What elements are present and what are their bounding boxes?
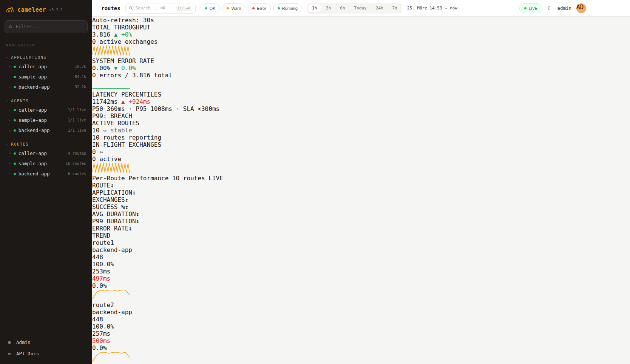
filter-pill-ok[interactable]: OK [201, 3, 220, 13]
list-icon: ≡ [7, 351, 12, 356]
time-range-7d[interactable]: 7d [388, 4, 401, 13]
status-dot [14, 173, 16, 175]
time-range-6h[interactable]: 6h [336, 4, 349, 13]
route-name: route1 [92, 239, 630, 246]
column-header-p99-duration[interactable]: P99 DURATION↕ [92, 218, 630, 225]
inflight-sparkline [92, 167, 130, 175]
nav-item-label: backend-app [19, 127, 50, 133]
sidebar-item-routes-backend-app[interactable]: ▸ backend-app 6 routes [0, 169, 92, 179]
status-dot [14, 86, 16, 88]
delta-text: +0% [121, 31, 132, 38]
table-row-route2[interactable]: route2 backend-app 448 100.0% 257ms 500m… [92, 301, 630, 364]
main-column: routes Ctrl+K OK Warn Error [92, 0, 630, 364]
sidebar-item-routes-sample-app[interactable]: ▸ sample-app 16 routes [0, 158, 92, 169]
auto-refresh-status: Auto-refresh: 30s [92, 17, 630, 24]
status-dot [14, 119, 16, 121]
stat-delta: ▼ 0.0% [114, 65, 136, 72]
column-header-error-rate[interactable]: ERROR RATE↕ [92, 225, 630, 232]
chevron-right-icon: ▸ [9, 65, 11, 68]
sidebar-item-agent-sample-app[interactable]: ▸ sample-app 1/1 live [0, 115, 92, 125]
stable-icon: ⇔ [103, 127, 107, 134]
sort-icon: ↕ [125, 203, 129, 210]
filter-pill-running[interactable]: Running [273, 3, 302, 13]
avatar[interactable]: AD [576, 3, 586, 13]
column-header-route[interactable]: ROUTE↕ [92, 182, 630, 189]
time-range-today[interactable]: Today [350, 4, 371, 13]
chevron-right-icon: ▸ [9, 129, 11, 132]
sidebar-item-agent-caller-app[interactable]: ▸ caller-app 1/1 live [0, 105, 92, 115]
live-label: LIVE [529, 6, 537, 11]
app-root: cameleer v3.2.1 NAVIGATION ▾ APPLICATION… [0, 0, 630, 364]
stat-value: 11742ms [92, 98, 117, 105]
sidebar-item-app-backend-app[interactable]: ▸ backend-app 32.2k [0, 82, 92, 92]
warn-status-dot [227, 7, 229, 9]
table-header-row: ROUTE↕ APPLICATION↕ EXCHANGES↕ SUCCESS %… [92, 182, 630, 239]
sidebar-footer: ⚙ Admin ≡ API Docs [0, 336, 92, 364]
stat-card-error-rate: SYSTEM ERROR RATE 0.00% ▼ 0.0% 0 errors … [92, 57, 630, 91]
time-range-control: 1h 3h 6h Today 24h 7d [307, 3, 402, 14]
date-range-separator: — [445, 6, 448, 11]
stat-subtext: 0 errors / 3.816 total [92, 72, 630, 79]
search-input[interactable] [136, 6, 170, 11]
sidebar-filter-box[interactable] [5, 20, 88, 33]
stat-subtext: 0 active exchanges [92, 38, 630, 45]
moon-icon[interactable]: ☾ [547, 5, 552, 11]
stat-card-inflight-exchanges: IN-FLIGHT EXCHANGES 0 ⇔ 0 active [92, 141, 630, 175]
delta-down-icon: ▼ [114, 65, 118, 72]
filter-input[interactable] [15, 24, 83, 29]
search-icon [9, 25, 12, 29]
search-box[interactable]: Ctrl+K [125, 3, 196, 14]
nav-item-badge: 10.7k [75, 65, 86, 69]
sidebar-item-agent-backend-app[interactable]: ▸ backend-app 1/1 live [0, 125, 92, 135]
gear-icon: ⚙ [7, 339, 12, 345]
stat-delta: ⇔ stable [103, 127, 132, 134]
success-value: 100.0% [92, 323, 630, 330]
throughput-sparkline [92, 50, 130, 57]
filter-pill-warn[interactable]: Warn [222, 3, 246, 13]
nav-item-label: sample-app [19, 117, 47, 123]
section-header-routes[interactable]: ▾ ROUTES [0, 140, 92, 148]
trend-sparkline [92, 356, 130, 364]
sidebar-item-app-caller-app[interactable]: ▸ caller-app 10.7k [0, 61, 92, 72]
time-range-24h[interactable]: 24h [372, 4, 388, 13]
date-range-display[interactable]: 25. März 14:53 — now [407, 6, 457, 11]
sidebar-item-app-sample-app[interactable]: ▸ sample-app 84.1k [0, 72, 92, 82]
route-name: route2 [92, 301, 630, 309]
time-range-1h[interactable]: 1h [308, 4, 321, 13]
live-status-dot [524, 7, 527, 9]
sidebar-item-api-docs[interactable]: ≡ API Docs [7, 351, 85, 356]
status-filter-group: OK Warn Error Running [201, 3, 302, 13]
table-row-route1[interactable]: route1 backend-app 448 100.0% 253ms 497m… [92, 239, 630, 301]
sidebar-section-agents: ▾ AGENTS ▸ caller-app 1/1 live ▸ sample-… [0, 97, 92, 135]
column-header-avg-duration[interactable]: AVG DURATION↕ [92, 210, 630, 218]
error-status-dot [252, 7, 255, 9]
status-dot [14, 163, 16, 165]
sidebar-item-routes-caller-app[interactable]: ▸ caller-app 4 routes [0, 148, 92, 158]
sort-icon: ↕ [128, 225, 132, 232]
column-header-success[interactable]: SUCCESS %↕ [92, 203, 630, 210]
admin-label: Admin [16, 339, 31, 345]
trend-sparkline [92, 294, 130, 301]
per-route-performance-panel: Per-Route Performance 10 routes LIVE ROU… [92, 175, 630, 364]
sidebar-item-admin[interactable]: ⚙ Admin [7, 339, 85, 345]
chevron-down-icon: ▾ [6, 99, 8, 103]
live-toggle[interactable]: LIVE [519, 3, 542, 13]
status-dot [14, 76, 16, 78]
app-logo[interactable]: cameleer v3.2.1 [0, 0, 92, 18]
ok-status-dot [205, 7, 207, 9]
filter-pill-error[interactable]: Error [248, 3, 270, 13]
chevron-right-icon: ▸ [9, 85, 11, 89]
live-badge: LIVE [208, 175, 223, 182]
stat-delta: ▲ +0% [114, 31, 132, 38]
stats-row: TOTAL THROUGHPUT 3.816 ▲ +0% 0 active ex… [92, 24, 630, 175]
column-header-exchanges[interactable]: EXCHANGES↕ [92, 196, 630, 203]
success-value: 100.0% [92, 261, 630, 268]
section-header-applications[interactable]: ▾ APPLICATIONS [0, 53, 92, 61]
delta-up-icon: ▲ [114, 31, 118, 38]
nav-item-badge: 4 routes [68, 151, 86, 155]
column-header-application[interactable]: APPLICATION↕ [92, 189, 630, 196]
p99-duration-value: 500ms [92, 337, 630, 344]
time-range-3h[interactable]: 3h [322, 4, 335, 13]
section-header-agents[interactable]: ▾ AGENTS [0, 97, 92, 105]
nav-item-label: caller-app [19, 107, 47, 113]
